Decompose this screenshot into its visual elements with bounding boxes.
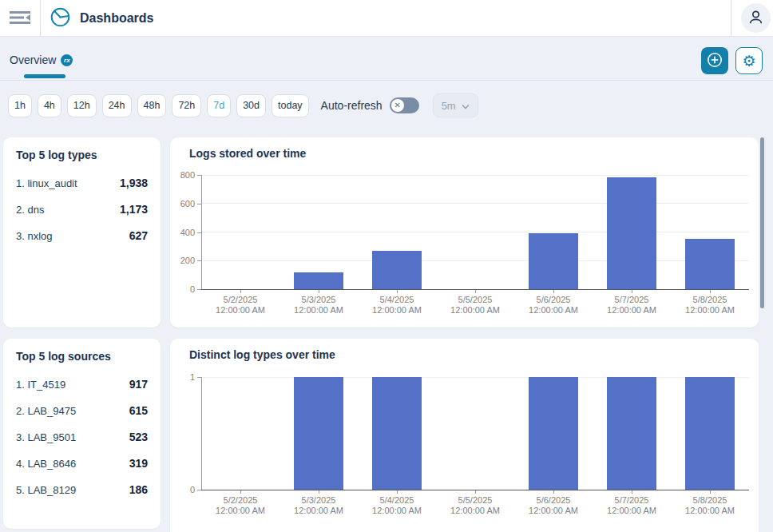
bar <box>294 272 343 289</box>
user-avatar-button[interactable] <box>741 3 771 33</box>
x-axis-label: 5/7/202512:00:00 AM <box>593 495 671 516</box>
time-range-buttons: 1h4h12h24h48h72h7d30dtoday <box>8 94 309 117</box>
time-range-48h-button[interactable]: 48h <box>137 94 167 117</box>
x-axis-label-time: 12:00:00 AM <box>358 305 436 316</box>
time-range-12h-button[interactable]: 12h <box>67 94 97 117</box>
auto-refresh-toggle[interactable]: ✕ <box>390 97 419 113</box>
time-range-24h-button[interactable]: 24h <box>102 94 132 117</box>
list-item-value: 1,938 <box>120 177 148 189</box>
list-item-label: 1. IT_4519 <box>16 379 65 391</box>
list-item-label: 3. LAB_9501 <box>16 431 76 443</box>
y-axis-line <box>201 175 202 289</box>
x-axis-tick <box>475 490 476 494</box>
list-item-value: 627 <box>129 229 148 242</box>
x-axis-label-time: 12:00:00 AM <box>201 506 279 516</box>
add-widget-button[interactable] <box>701 47 728 74</box>
page-scrollbar-thumb[interactable] <box>760 137 764 308</box>
chevron-down-icon <box>462 100 470 112</box>
x-axis-label-time: 12:00:00 AM <box>279 305 358 316</box>
header-divider-left <box>40 0 41 37</box>
list-item-label: 3. nxlog <box>16 230 53 242</box>
logs-stored-chart-card: Logs stored over time 02004006008005/2/2… <box>170 137 759 328</box>
x-axis-label: 5/2/202512:00:00 AM <box>201 295 279 316</box>
x-axis-tick <box>553 290 554 293</box>
list-item-value: 523 <box>129 431 148 443</box>
refresh-interval-select[interactable]: 5m <box>433 93 478 117</box>
auto-refresh-label: Auto-refresh <box>321 99 383 112</box>
time-range-1h-button[interactable]: 1h <box>8 94 32 117</box>
x-axis-tick <box>710 490 711 494</box>
distinct-log-types-chart-title: Distinct log types over time <box>189 348 335 361</box>
time-range-today-button[interactable]: today <box>272 94 309 117</box>
gridline <box>201 232 749 232</box>
tab-overview[interactable]: Overview rx <box>10 50 73 69</box>
x-axis-label: 5/8/202512:00:00 AM <box>671 295 749 316</box>
x-axis-tick <box>710 290 711 293</box>
tab-overview-badge: rx <box>61 54 73 66</box>
gridline <box>201 175 749 176</box>
x-axis-tick <box>397 490 398 494</box>
x-axis-label: 5/5/202512:00:00 AM <box>436 495 514 516</box>
sidebar-collapse-button[interactable] <box>6 8 37 29</box>
tab-overview-label: Overview <box>10 54 56 66</box>
x-axis-tick <box>397 290 398 293</box>
x-axis-label: 5/3/202512:00:00 AM <box>279 495 358 516</box>
page-title: Dashboards <box>80 11 153 26</box>
x-axis-tick <box>475 290 476 293</box>
x-axis-label-time: 12:00:00 AM <box>593 305 671 316</box>
time-range-72h-button[interactable]: 72h <box>172 94 201 117</box>
brand: Dashboards <box>50 0 153 37</box>
y-axis-line <box>201 377 202 490</box>
time-range-4h-button[interactable]: 4h <box>38 94 61 117</box>
list-item-label: 1. linux_audit <box>16 177 77 189</box>
user-icon <box>747 9 764 28</box>
x-axis-label: 5/4/202512:00:00 AM <box>358 495 436 516</box>
list-item-label: 4. LAB_8646 <box>16 458 76 470</box>
list-item: 3. LAB_9501523 <box>16 431 148 443</box>
time-range-30d-button[interactable]: 30d <box>236 94 266 117</box>
list-item: 2. LAB_9475615 <box>16 404 148 417</box>
list-item: 1. linux_audit1,938 <box>16 177 148 189</box>
bar <box>685 377 735 490</box>
list-item-label: 5. LAB_8129 <box>16 484 76 496</box>
top-log-sources-list: 1. IT_45199172. LAB_94756153. LAB_950152… <box>16 378 148 496</box>
toggle-off-x-icon: ✕ <box>391 99 404 112</box>
list-item-value: 917 <box>129 378 148 391</box>
x-axis-label: 5/8/202512:00:00 AM <box>671 495 749 516</box>
x-axis-label: 5/2/202512:00:00 AM <box>201 495 279 516</box>
list-item-label: 2. LAB_9475 <box>16 405 76 417</box>
pie-chart-logo-icon <box>50 6 71 31</box>
x-axis-tick <box>319 490 319 494</box>
x-axis-tick <box>632 490 632 494</box>
list-item-value: 1,173 <box>120 203 148 216</box>
list-item: 3. nxlog627 <box>16 229 148 242</box>
sidebar-collapse-icon <box>8 9 35 29</box>
time-range-7d-button[interactable]: 7d <box>207 94 231 117</box>
x-axis-label-time: 12:00:00 AM <box>671 506 749 516</box>
list-item-label: 2. dns <box>16 204 44 216</box>
x-axis-label-time: 12:00:00 AM <box>593 506 671 516</box>
y-axis-label: 1 <box>166 372 195 382</box>
plus-circle-icon <box>706 51 723 71</box>
list-item-value: 615 <box>129 404 148 417</box>
logs-stored-chart-title: Logs stored over time <box>189 147 306 160</box>
tab-actions: ⚙ <box>701 47 763 74</box>
x-axis-label: 5/7/202512:00:00 AM <box>593 295 671 316</box>
x-axis-label-time: 12:00:00 AM <box>279 506 358 516</box>
active-tab-underline <box>24 74 65 78</box>
top-log-types-title: Top 5 log types <box>16 149 148 161</box>
x-axis-label: 5/5/202512:00:00 AM <box>436 295 514 316</box>
x-axis-label-time: 12:00:00 AM <box>358 506 436 516</box>
bar <box>529 233 578 289</box>
refresh-interval-value: 5m <box>442 100 456 112</box>
y-axis-label: 800 <box>166 170 195 180</box>
gridline <box>201 260 749 261</box>
gear-icon: ⚙ <box>742 54 755 69</box>
y-axis-label: 0 <box>166 284 195 294</box>
x-axis-tick <box>240 290 241 293</box>
x-axis-label-time: 12:00:00 AM <box>201 305 279 316</box>
x-axis-label: 5/6/202512:00:00 AM <box>514 495 593 516</box>
dashboard-settings-button[interactable]: ⚙ <box>735 47 763 74</box>
x-axis-label-time: 12:00:00 AM <box>436 506 514 516</box>
x-axis-label: 5/6/202512:00:00 AM <box>514 295 593 316</box>
